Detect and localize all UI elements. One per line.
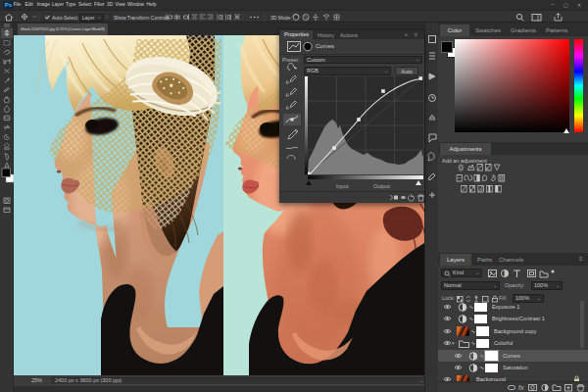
svg-text:fx: fx [518,384,524,391]
